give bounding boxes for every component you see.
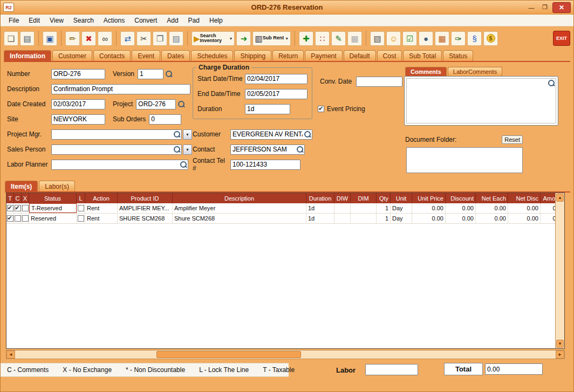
scroll-up-icon[interactable]: ▲ [556, 194, 564, 202]
edit-note-button[interactable]: ✎ [331, 31, 346, 46]
c-checkbox[interactable] [15, 205, 21, 211]
cell-qty[interactable]: 1 [377, 214, 391, 223]
col-header-c[interactable]: C [14, 193, 22, 203]
col-header-dim[interactable]: DIM [351, 193, 377, 203]
scroll-down-icon[interactable]: ▼ [556, 340, 564, 348]
contact-input[interactable] [230, 145, 305, 155]
description-input[interactable] [51, 84, 190, 94]
cell-diw[interactable] [334, 203, 351, 213]
cell-t[interactable] [6, 203, 14, 213]
labor-planner-input[interactable] [51, 160, 188, 170]
document-folder-box[interactable] [406, 147, 523, 173]
col-header-product-id[interactable]: Product ID [118, 193, 173, 203]
finance-button[interactable]: § [467, 31, 482, 46]
cell-description[interactable]: Shure SCM268 [173, 214, 306, 223]
menu-search[interactable]: Search [69, 15, 99, 26]
cell-net-each[interactable]: 0.00 [476, 214, 508, 223]
chevron-down-icon[interactable]: ▼ [285, 37, 289, 40]
cell-c[interactable] [14, 203, 22, 213]
cell-qty[interactable]: 1 [377, 203, 391, 213]
cell-status[interactable]: T-Reserved [29, 203, 77, 213]
conv-date-input[interactable] [356, 77, 402, 87]
cell-action[interactable]: Rent [85, 214, 118, 223]
menu-edit[interactable]: Edit [24, 15, 45, 26]
maximize-button[interactable]: ❐ [539, 3, 551, 12]
scroll-right-icon[interactable]: ► [556, 350, 564, 359]
table-row[interactable]: ReservedRentSHURE SCM268Shure SCM2681d1D… [6, 214, 564, 224]
cell-dim[interactable] [351, 214, 377, 223]
edit-button[interactable]: ✏ [65, 31, 80, 46]
minimize-button[interactable]: — [525, 3, 537, 12]
print-button[interactable]: ▤ [20, 31, 35, 46]
tab-item-s[interactable]: Item(s) [5, 181, 38, 191]
number-input[interactable] [51, 69, 105, 79]
vertical-scrollbar[interactable]: ▲ ▼ [555, 193, 564, 348]
table-row[interactable]: T-ReservedRentAMPLIFIER MEY...Amplifier … [6, 203, 564, 214]
search-go-button[interactable]: ➜ [236, 31, 251, 46]
menu-actions[interactable]: Actions [99, 15, 129, 26]
customer-input[interactable] [230, 129, 312, 140]
cell-l[interactable] [77, 214, 85, 223]
cell-discount[interactable]: 0.00 [446, 203, 476, 213]
scrollbar-thumb[interactable] [156, 351, 301, 358]
cell-status[interactable]: Reserved [29, 214, 77, 223]
col-header-unit-price[interactable]: Unit Price [412, 193, 446, 203]
labor-input[interactable] [365, 364, 418, 375]
cell-net-each[interactable]: 0.00 [476, 203, 508, 213]
close-button[interactable]: ✕ [552, 2, 571, 13]
convert-order-button[interactable]: ⇄ [120, 31, 135, 46]
cell-description[interactable]: Amplifier Meyer [173, 203, 306, 213]
project-search-icon[interactable] [177, 100, 185, 108]
jar-button[interactable]: ● [419, 31, 433, 46]
tab-contacts[interactable]: Contacts [93, 50, 131, 61]
cell-unit[interactable]: Day [391, 203, 412, 213]
col-header-action[interactable]: Action [85, 193, 118, 203]
cell-discount[interactable]: 0.00 [446, 214, 476, 223]
site-input[interactable] [51, 114, 105, 125]
col-header-description[interactable]: Description [173, 193, 306, 203]
start-date-input[interactable] [245, 74, 308, 84]
col-header-qty[interactable]: Qty [377, 193, 391, 203]
exit-button[interactable]: EXIT [553, 31, 570, 46]
col-header-t[interactable]: T [6, 193, 14, 203]
cell-dim[interactable] [351, 203, 377, 213]
cell-l[interactable] [77, 203, 85, 213]
new-document-button[interactable]: ❏ [4, 31, 18, 46]
cell-c[interactable] [14, 214, 22, 223]
tab-laborcomments[interactable]: LaborComments [448, 67, 502, 76]
cell-net-disc[interactable]: 0.00 [508, 203, 541, 213]
cell-product-id[interactable]: AMPLIFIER MEY... [118, 203, 173, 213]
scroll-left-icon[interactable]: ◄ [6, 350, 15, 359]
col-header-net-disc[interactable]: Net Disc [508, 193, 541, 203]
comments-search-icon[interactable] [548, 79, 555, 87]
x-checkbox[interactable] [22, 215, 29, 222]
c-checkbox[interactable] [15, 215, 21, 222]
version-search-icon[interactable] [165, 70, 173, 78]
t-checkbox[interactable] [7, 215, 13, 222]
save-button[interactable]: ▣ [43, 31, 57, 46]
menu-file[interactable]: File [4, 15, 24, 26]
cell-t[interactable] [6, 214, 14, 223]
sub-rent-button[interactable]: ▥Sub Rent▼ [252, 31, 291, 46]
t-checkbox[interactable] [7, 205, 13, 211]
search-inventory-button[interactable]: ▶Search Inventory▼ [192, 31, 235, 46]
paste-button[interactable]: ▨ [169, 31, 183, 46]
grid-button[interactable]: ▦ [347, 31, 362, 46]
copy-button[interactable]: ❐ [153, 31, 167, 46]
tab-status[interactable]: Status [443, 50, 473, 61]
tab-shipping[interactable]: Shipping [234, 50, 271, 61]
customer-search-icon[interactable] [304, 130, 311, 138]
version-input[interactable] [138, 69, 163, 79]
tab-cost[interactable]: Cost [377, 50, 402, 61]
cell-action[interactable]: Rent [85, 203, 118, 213]
sales-person-search-icon[interactable] [173, 146, 181, 153]
duration-input[interactable] [245, 104, 290, 114]
cell-x[interactable] [22, 203, 29, 213]
col-header-diw[interactable]: DIW [334, 193, 351, 203]
find-button[interactable]: ∞ [98, 31, 112, 46]
cell-unit-price[interactable]: 0.00 [412, 203, 446, 213]
l-checkbox[interactable] [78, 205, 84, 211]
end-date-input[interactable] [245, 89, 308, 99]
project-mgr-dropdown[interactable]: ▼ [183, 129, 192, 140]
horizontal-scrollbar[interactable]: ◄ ► [6, 350, 565, 359]
